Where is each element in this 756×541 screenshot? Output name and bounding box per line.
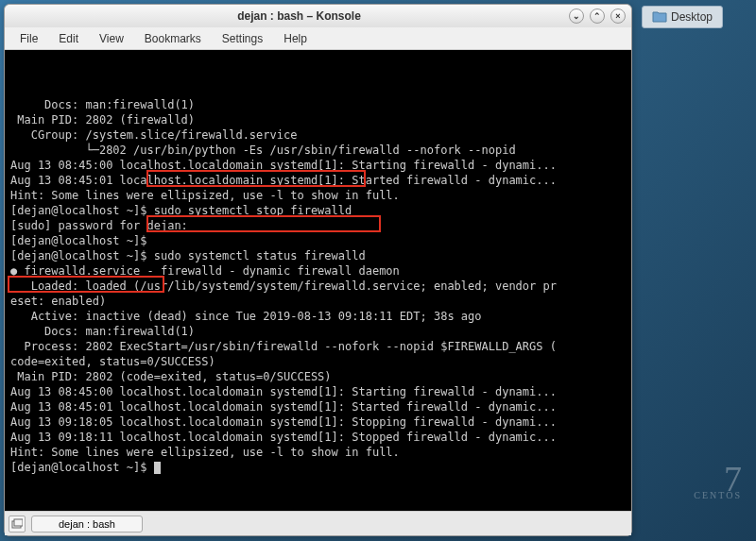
- terminal-line: Aug 13 08:45:01 localhost.localdomain sy…: [10, 399, 626, 414]
- terminal-line: Loaded: loaded (/usr/lib/systemd/system/…: [10, 279, 626, 294]
- folder-icon: [652, 10, 667, 24]
- terminal-line: Active: inactive (dead) since Tue 2019-0…: [10, 309, 626, 324]
- window-title: dejan : bash – Konsole: [29, 9, 569, 23]
- desktop-folder-shortcut[interactable]: Desktop: [642, 6, 723, 28]
- terminal-line: Main PID: 2802 (code=exited, status=0/SU…: [10, 369, 626, 384]
- svg-rect-1: [14, 519, 23, 526]
- terminal-line: Hint: Some lines were ellipsized, use -l…: [10, 188, 626, 203]
- terminal-line: [dejan@localhost ~]$ sudo systemctl stop…: [10, 203, 626, 218]
- terminal-line: [dejan@localhost ~]$: [10, 233, 626, 248]
- terminal-line: Docs: man:firewalld(1): [10, 97, 626, 112]
- new-tab-icon: [11, 518, 23, 530]
- terminal-line: Aug 13 08:45:00 localhost.localdomain sy…: [10, 384, 626, 399]
- terminal-line: Aug 13 09:18:11 localhost.localdomain sy…: [10, 430, 626, 445]
- terminal-tab[interactable]: dejan : bash: [31, 516, 143, 533]
- menu-file[interactable]: File: [10, 29, 47, 48]
- terminal-line: Main PID: 2802 (firewalld): [10, 112, 626, 127]
- terminal-cursor: [154, 462, 161, 474]
- menu-help[interactable]: Help: [274, 29, 317, 48]
- titlebar[interactable]: dejan : bash – Konsole ⌄ ⌃ ×: [5, 5, 631, 27]
- terminal-line: Docs: man:firewalld(1): [10, 324, 626, 339]
- menu-view[interactable]: View: [90, 29, 133, 48]
- terminal-line: Aug 13 09:18:05 localhost.localdomain sy…: [10, 414, 626, 430]
- menu-bookmarks[interactable]: Bookmarks: [135, 29, 211, 48]
- terminal-line: [sudo] password for dejan:: [10, 218, 626, 233]
- terminal-line: [dejan@localhost ~]$ sudo systemctl stat…: [10, 248, 626, 263]
- minimize-button[interactable]: ⌄: [569, 8, 584, 24]
- terminal-line: CGroup: /system.slice/firewalld.service: [10, 127, 626, 143]
- new-tab-button[interactable]: [9, 516, 26, 533]
- terminal-line: Aug 13 08:45:00 localhost.localdomain sy…: [10, 158, 626, 173]
- terminal-viewport[interactable]: Docs: man:firewalld(1) Main PID: 2802 (f…: [5, 50, 631, 511]
- tabbar: dejan : bash: [5, 511, 631, 535]
- terminal-line: Hint: Some lines were ellipsized, use -l…: [10, 445, 626, 460]
- menu-edit[interactable]: Edit: [49, 29, 88, 48]
- menubar: File Edit View Bookmarks Settings Help: [5, 27, 631, 50]
- desktop-icon-label: Desktop: [671, 10, 713, 24]
- close-button[interactable]: ×: [610, 8, 626, 24]
- centos-watermark: 7 CENTOS: [694, 466, 742, 499]
- terminal-line: eset: enabled): [10, 294, 626, 309]
- terminal-line: Process: 2802 ExecStart=/usr/sbin/firewa…: [10, 339, 626, 354]
- terminal-line: Aug 13 08:45:01 localhost.localdomain sy…: [10, 173, 626, 188]
- konsole-window: dejan : bash – Konsole ⌄ ⌃ × File Edit V…: [4, 4, 632, 536]
- maximize-button[interactable]: ⌃: [590, 8, 605, 24]
- terminal-line: ● firewalld.service - firewalld - dynami…: [10, 263, 626, 279]
- terminal-line: └─2802 /usr/bin/python -Es /usr/sbin/fir…: [10, 143, 626, 158]
- terminal-line: code=exited, status=0/SUCCESS): [10, 354, 626, 369]
- terminal-line: [dejan@localhost ~]$: [10, 460, 626, 475]
- menu-settings[interactable]: Settings: [213, 29, 272, 48]
